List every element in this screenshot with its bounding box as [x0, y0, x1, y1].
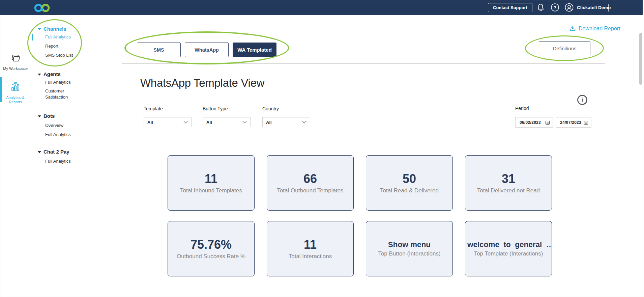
triangle-down-icon: [38, 74, 41, 76]
calendar-icon: [584, 120, 588, 125]
button-type-select[interactable]: All: [203, 117, 251, 127]
metric-card-total-interactions: 11 Total Interactions: [267, 221, 354, 276]
chevron-down-icon: [183, 121, 188, 124]
section-header-channels[interactable]: Channels: [38, 26, 66, 32]
triangle-down-icon: [38, 115, 41, 117]
contact-support-button[interactable]: Contact Support: [488, 3, 532, 12]
analytics-chart-icon: [9, 82, 22, 92]
metric-label: Total Outbound Templates: [267, 187, 353, 194]
metric-card-total-inbound-templates: 11 Total Inbound Templates: [168, 155, 255, 211]
section-header-bots[interactable]: Bots: [38, 113, 55, 119]
download-report-label: Download Report: [579, 26, 620, 32]
sidebar-item-bots-overview[interactable]: Overview: [45, 123, 63, 129]
filter-label-country: Country: [262, 106, 279, 111]
icon-rail: My Workspace Analytics & Reports: [0, 15, 30, 297]
sidebar-item-my-workspace[interactable]: My Workspace: [0, 54, 30, 71]
help-icon[interactable]: ?: [550, 3, 560, 12]
info-icon[interactable]: i: [577, 95, 587, 105]
chevron-down-icon: [242, 121, 247, 124]
top-bar: Contact Support ? Clickatell Demo: [0, 0, 643, 15]
period-label: Period: [515, 106, 529, 111]
metric-value: 75.76%: [168, 238, 254, 252]
tab-wa-templated[interactable]: WA Templated: [233, 43, 276, 57]
metric-card-total-read-delivered: 50 Total Read & Delivered: [366, 155, 453, 211]
section-header-chat-2-pay[interactable]: Chat 2 Pay: [38, 149, 69, 155]
sidebar-item-agents-full-analytics[interactable]: Full Analytics: [45, 79, 71, 85]
main-content: Download Report SMS WhatsApp WA Template…: [81, 15, 643, 297]
section-title: Chat 2 Pay: [43, 149, 69, 155]
period-end-value: 24/07/2023: [560, 120, 581, 125]
metric-value: 11: [168, 172, 254, 186]
filter-label-button-type: Button Type: [203, 106, 228, 111]
tab-sms[interactable]: SMS: [137, 43, 181, 57]
template-select[interactable]: All: [144, 117, 192, 127]
country-select[interactable]: All: [262, 117, 310, 127]
sidebar-item-channels-report[interactable]: Report: [45, 43, 58, 49]
app-window: Contact Support ? Clickatell Demo: [0, 0, 644, 297]
metric-value: 11: [267, 238, 353, 252]
metric-card-total-delivered-not-read: 31 Total Delivered not Read: [465, 155, 552, 211]
metric-card-top-template: welcome_to_general_… Top Template (Inter…: [465, 221, 552, 276]
triangle-down-icon: [38, 28, 41, 30]
filter-label-template: Template: [144, 106, 163, 111]
definitions-button[interactable]: Definitions: [539, 42, 590, 55]
sidebar-item-chat2pay-full-analytics[interactable]: Full Analytics: [45, 158, 71, 164]
triangle-down-icon: [38, 151, 41, 153]
clickatell-logo-icon[interactable]: [32, 3, 57, 12]
sidebar-item-channels-full-analytics[interactable]: Full Analytics: [45, 34, 71, 40]
template-select-value: All: [147, 120, 153, 125]
sidebar-item-analytics-reports[interactable]: Analytics & Reports: [0, 82, 30, 104]
active-rail-indicator: [0, 77, 2, 102]
metric-label: Total Read & Delivered: [366, 187, 452, 194]
sidebar-item-channels-sms-stop-list[interactable]: SMS Stop List: [45, 52, 73, 58]
chevron-down-icon: [302, 121, 306, 124]
period-start-date-input[interactable]: 06/02/2023: [515, 117, 553, 128]
topbar-separator: [608, 4, 609, 11]
download-report-link[interactable]: Download Report: [569, 25, 620, 32]
tab-whatsapp[interactable]: WhatsApp: [185, 43, 229, 57]
notifications-bell-icon[interactable]: [536, 3, 545, 12]
period-end-date-input[interactable]: 24/07/2023: [556, 117, 591, 128]
download-icon: [569, 25, 576, 32]
nav-sidebar: Channels Full Analytics Report SMS Stop …: [30, 15, 81, 297]
section-title: Agents: [43, 71, 61, 77]
svg-text:?: ?: [554, 5, 556, 10]
rail-item-label: Analytics & Reports: [0, 96, 30, 104]
country-select-value: All: [266, 120, 272, 125]
vertical-scrollbar-thumb[interactable]: [639, 33, 642, 85]
metric-label: Outbound Success Rate %: [168, 253, 254, 260]
workspace-folder-icon: [10, 54, 21, 63]
metric-label: Top Button (Interactions): [366, 250, 452, 257]
active-item-indicator: [32, 34, 33, 40]
period-start-value: 06/02/2023: [520, 120, 541, 125]
metric-value: 31: [465, 172, 552, 186]
channel-tabs: SMS WhatsApp WA Templated: [137, 43, 276, 57]
metric-value: Show menu: [366, 240, 452, 249]
metric-label: Top Template (Interactions): [465, 250, 552, 257]
section-title: Bots: [43, 113, 55, 119]
sidebar-item-agents-customer-satisfaction[interactable]: Customer Satisfaction: [45, 88, 77, 100]
calendar-icon: [545, 120, 550, 125]
metric-card-outbound-success-rate: 75.76% Outbound Success Rate %: [168, 221, 255, 276]
page-title: WhatsApp Template View: [140, 77, 264, 89]
sidebar-item-bots-full-analytics[interactable]: Full Analytics: [45, 132, 71, 138]
metric-value: welcome_to_general_…: [465, 240, 552, 249]
tabs-divider: [122, 63, 605, 64]
metric-value: 50: [366, 172, 452, 186]
section-title: Channels: [43, 26, 66, 32]
metric-label: Total Inbound Templates: [168, 187, 254, 194]
rail-item-label: My Workspace: [0, 66, 30, 71]
metric-card-total-outbound-templates: 66 Total Outbound Templates: [267, 155, 354, 211]
metric-card-top-button: Show menu Top Button (Interactions): [366, 221, 453, 276]
metric-label: Total Interactions: [267, 253, 353, 260]
user-avatar-icon[interactable]: [564, 3, 574, 12]
section-header-agents[interactable]: Agents: [38, 71, 61, 77]
button-type-select-value: All: [206, 120, 212, 125]
metric-value: 66: [267, 172, 353, 186]
account-name[interactable]: Clickatell Demo: [577, 5, 611, 10]
metric-label: Total Delivered not Read: [465, 187, 552, 194]
